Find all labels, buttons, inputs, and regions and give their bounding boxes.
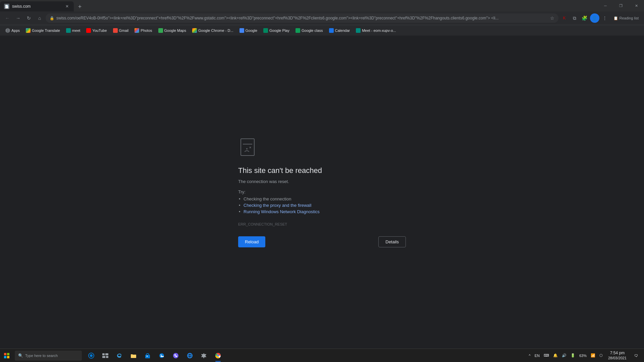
network-icon[interactable]: 🔔 (552, 353, 559, 358)
bookmark-chrome[interactable]: Google Chrome - D... (190, 27, 236, 34)
error-subtitle: The connection was reset. (238, 179, 289, 184)
svg-point-10 (90, 354, 93, 357)
forward-button[interactable]: → (13, 13, 23, 23)
svg-point-19 (161, 354, 162, 355)
google-translate-icon (26, 28, 31, 33)
taskbar-search-box[interactable]: 🔍 Type here to search (15, 351, 82, 361)
bookmark-meet2[interactable]: Meet - eom-xupv-o... (353, 27, 398, 34)
extensions-icon[interactable]: ⧉ (570, 13, 579, 23)
system-clock[interactable]: 7:54 pm 28/03/2021 (605, 351, 629, 361)
bookmark-gmail-label: Gmail (119, 28, 129, 33)
try-label: Try: (238, 189, 246, 194)
minimize-button[interactable]: ─ (598, 0, 613, 11)
svg-rect-15 (131, 355, 136, 358)
taskbar-file-explorer[interactable] (127, 349, 140, 362)
reading-list-label: Reading list (620, 16, 639, 20)
tab-close-button[interactable]: ✕ (64, 4, 70, 9)
error-link-2[interactable]: Checking the proxy and the firewall (238, 203, 320, 208)
svg-point-2 (246, 148, 248, 149)
new-tab-button[interactable]: + (75, 2, 85, 11)
reload-button[interactable]: Reload (238, 236, 265, 247)
battery-percent: 63% (578, 354, 588, 358)
kaspersky-icon[interactable]: K (560, 13, 569, 23)
taskbar-store[interactable] (141, 349, 154, 362)
system-tray: ^ EN ⌨ 🔔 🔊 🔋 63% 📶 ⬡ 7:54 pm 28/03/2021 … (525, 349, 644, 362)
error-title: This site can't be reached (238, 166, 322, 175)
bookmark-calendar[interactable]: Calendar (326, 27, 353, 34)
photos-icon (135, 28, 139, 33)
error-link-3[interactable]: Running Windows Network Diagnostics (238, 209, 320, 214)
photos-app-icon (159, 353, 165, 359)
network-diagnostics-link[interactable]: Running Windows Network Diagnostics (244, 209, 320, 214)
error-container: This site can't be reached The connectio… (238, 137, 406, 247)
start-button[interactable] (0, 349, 13, 362)
bookmark-star-icon[interactable]: ☆ (550, 15, 554, 21)
main-content: This site can't be reached The connectio… (0, 36, 644, 349)
bookmark-play[interactable]: Google Play (261, 27, 292, 34)
svg-rect-5 (4, 353, 6, 355)
refresh-button[interactable]: ↻ (24, 13, 34, 23)
bookmark-youtube-label: YouTube (92, 28, 107, 33)
close-button[interactable]: ✕ (629, 0, 644, 11)
toolbar-icons: K ⧉ 🧩 👤 ⋮ (560, 13, 609, 23)
navigation-bar: ← → ↻ ⌂ 🔒 swiss.com/oeREV4oB-0Hf5o"><lin… (0, 11, 644, 25)
taskbar-edge[interactable] (113, 349, 126, 362)
svg-rect-0 (241, 139, 254, 156)
taskbar-chrome[interactable] (211, 349, 225, 362)
bookmark-youtube[interactable]: YouTube (84, 27, 109, 34)
details-button[interactable]: Details (378, 236, 406, 247)
notification-center-button[interactable]: 🗨 (631, 349, 641, 362)
taskbar-viber[interactable] (169, 349, 182, 362)
svg-rect-17 (147, 356, 148, 357)
search-placeholder: Type here to search (25, 354, 58, 358)
file-explorer-icon (130, 353, 137, 358)
extensions-puzzle-icon[interactable]: 🧩 (580, 13, 589, 23)
taskbar-task-view[interactable] (99, 349, 112, 362)
taskbar-photos-app[interactable] (155, 349, 168, 362)
bookmark-maps[interactable]: Google Maps (156, 27, 189, 34)
taskbar: 🔍 Type here to search (0, 349, 644, 362)
show-hidden-icons-button[interactable]: ^ (527, 354, 532, 358)
restore-button[interactable]: ❐ (613, 0, 629, 11)
svg-rect-6 (7, 353, 9, 355)
bookmark-class-label: Google class (302, 28, 323, 33)
error-code: ERR_CONNECTION_RESET (238, 222, 287, 226)
svg-rect-12 (105, 353, 108, 355)
bookmark-apps[interactable]: ⋮⋮ Apps (3, 27, 22, 34)
svg-rect-13 (102, 356, 105, 358)
volume-icon[interactable]: 🔊 (560, 353, 568, 358)
menu-button[interactable]: ⋮ (600, 13, 609, 23)
profile-button[interactable]: 👤 (590, 13, 599, 23)
window-controls: ─ ❐ ✕ (598, 0, 644, 11)
maps-icon (158, 28, 163, 33)
bookmark-meet[interactable]: meet (63, 27, 83, 34)
settings-icon (201, 353, 207, 359)
tab-area: 📄 swiss.com ✕ + (0, 0, 598, 11)
proxy-firewall-link[interactable]: Checking the proxy and the firewall (244, 203, 311, 208)
address-bar[interactable]: 🔒 swiss.com/oeREV4oB-0Hf5o"><link+rel%3D… (46, 13, 558, 23)
wifi-icon[interactable]: 📶 (589, 353, 597, 358)
play-icon (263, 28, 268, 33)
bookmark-calendar-label: Calendar (335, 28, 350, 33)
active-tab[interactable]: 📄 swiss.com ✕ (0, 1, 74, 11)
bookmark-google[interactable]: Google (237, 27, 260, 34)
taskbar-cortana[interactable] (85, 349, 98, 362)
meet2-icon (356, 28, 361, 33)
bookmark-gmail[interactable]: Gmail (110, 27, 131, 34)
taskbar-settings[interactable] (197, 349, 211, 362)
back-button[interactable]: ← (3, 13, 12, 23)
bookmark-google-translate[interactable]: Google Translate (23, 27, 63, 34)
taskbar-ie[interactable] (183, 349, 197, 362)
error-page-icon (238, 137, 260, 158)
bookmark-apps-label: Apps (11, 28, 20, 33)
language-indicator[interactable]: EN (533, 354, 541, 358)
bookmark-photos[interactable]: Photos (132, 27, 155, 34)
reading-list-button[interactable]: 📋 Reading list (611, 16, 641, 20)
bookmark-meet-label: meet (72, 28, 80, 33)
bookmark-class[interactable]: Google class (293, 27, 326, 34)
home-button[interactable]: ⌂ (35, 13, 44, 23)
bluetooth-icon[interactable]: ⬡ (598, 353, 604, 358)
title-bar: 📄 swiss.com ✕ + ─ ❐ ✕ (0, 0, 644, 11)
bookmark-play-label: Google Play (269, 28, 289, 33)
battery-icon: 🔋 (569, 353, 577, 358)
